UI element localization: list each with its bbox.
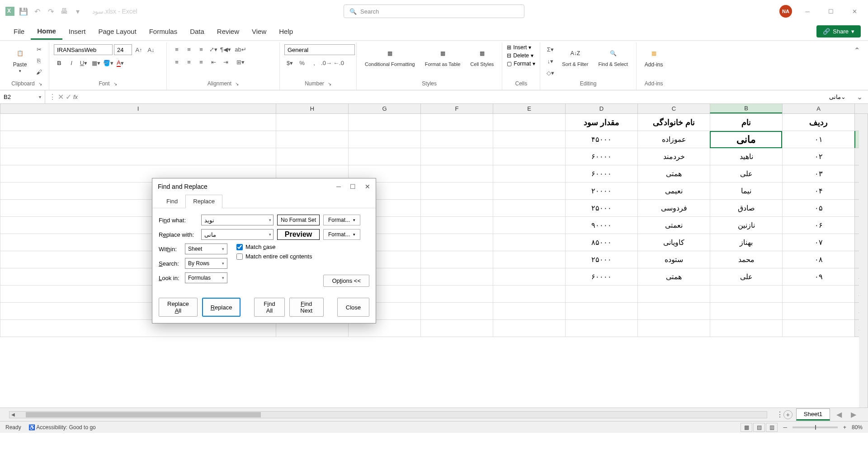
find-all-button[interactable]: Find All (254, 298, 284, 317)
search-select[interactable]: By Rows (185, 258, 227, 269)
cell[interactable]: ۰۴ (782, 183, 854, 200)
cell[interactable]: ۰۹ (782, 268, 854, 286)
cell[interactable] (420, 165, 493, 183)
rtl-button[interactable]: ¶◀▾ (220, 44, 231, 54)
cell[interactable]: نیما (710, 183, 782, 200)
col-header-b[interactable]: B (710, 104, 782, 113)
cell[interactable]: ناهید (710, 148, 782, 165)
cell-styles-button[interactable]: ▦Cell Styles (467, 44, 497, 69)
lookin-select[interactable]: Formulas (185, 272, 227, 283)
align-right-button[interactable]: ≡ (196, 57, 207, 67)
match-entire-checkbox[interactable]: Match entire cell contents (236, 253, 312, 260)
decrease-font-button[interactable]: A↓ (146, 45, 156, 55)
tab-review[interactable]: Review (211, 24, 245, 39)
cell[interactable] (276, 131, 348, 148)
dialog-close-icon[interactable]: ✕ (365, 183, 370, 190)
cell[interactable]: ۲۵۰۰۰ (565, 200, 637, 217)
conditional-formatting-button[interactable]: ▦Conditional Formatting (361, 44, 419, 69)
delete-cells-button[interactable]: ⊟Delete ▾ (507, 52, 535, 59)
cell[interactable]: ۰۱ (782, 131, 854, 148)
cell[interactable]: مقدار سود (565, 114, 637, 131)
name-box[interactable]: B2 (0, 90, 45, 103)
cell[interactable] (420, 114, 493, 131)
find-format-button[interactable]: Format...▾ (323, 215, 360, 225)
match-case-checkbox[interactable]: Match case (236, 244, 312, 250)
autosum-button[interactable]: Σ▾ (545, 44, 556, 54)
cell[interactable] (420, 131, 493, 148)
cell[interactable] (420, 303, 493, 320)
clipboard-launcher[interactable]: ↘ (38, 81, 42, 86)
zoom-level[interactable]: 80% (852, 424, 863, 431)
percent-button[interactable]: % (297, 58, 307, 68)
cell[interactable]: همتی (637, 268, 710, 286)
align-left-button[interactable]: ≡ (171, 57, 182, 67)
cell[interactable] (493, 303, 565, 320)
page-layout-view-button[interactable]: ▤ (753, 423, 765, 432)
cell[interactable]: علی (710, 268, 782, 286)
cell[interactable]: ردیف (782, 114, 854, 131)
zoom-slider[interactable] (793, 426, 838, 428)
tab-menu-icon[interactable]: ⋮ (776, 410, 783, 419)
zoom-in-button[interactable]: + (843, 424, 846, 431)
merge-button[interactable]: ⊞▾ (232, 57, 249, 67)
cell[interactable]: بهناز (710, 234, 782, 251)
accessibility-status[interactable]: ♿ Accessibility: Good to go (28, 424, 96, 431)
cell[interactable]: فردوسی (637, 200, 710, 217)
tab-home[interactable]: Home (31, 23, 62, 40)
spreadsheet-grid[interactable]: A B C D E F G H I 12345678910111213 ردیف… (0, 104, 868, 407)
cell[interactable] (493, 217, 565, 234)
col-header-a[interactable]: A (782, 104, 854, 113)
qat-dropdown-icon[interactable]: ▾ (73, 7, 82, 16)
fill-button[interactable]: ↓▾ (545, 56, 556, 66)
cell[interactable]: خردمند (637, 148, 710, 165)
cell[interactable] (493, 114, 565, 131)
cell[interactable] (782, 320, 854, 337)
cell[interactable]: ۲۵۰۰۰ (565, 251, 637, 268)
border-button[interactable]: ▦▾ (90, 58, 101, 68)
tab-insert[interactable]: Insert (62, 24, 92, 39)
cell[interactable]: ۶۰۰۰۰ (565, 268, 637, 286)
cell[interactable]: مانی (710, 131, 782, 148)
maximize-button[interactable]: ☐ (823, 5, 839, 18)
clear-button[interactable]: ◇▾ (545, 68, 556, 78)
cell[interactable]: کاویانی (637, 234, 710, 251)
cell[interactable] (493, 320, 565, 337)
normal-view-button[interactable]: ▦ (741, 423, 752, 432)
sheet-nav-next[interactable]: ▶ (848, 410, 859, 419)
cell[interactable] (493, 286, 565, 303)
wrap-text-button[interactable]: ab↵ (232, 44, 249, 54)
cell[interactable] (420, 251, 493, 268)
number-launcher[interactable]: ↘ (328, 81, 331, 86)
cell[interactable] (420, 200, 493, 217)
cell[interactable] (710, 320, 782, 337)
alignment-launcher[interactable]: ↘ (235, 81, 239, 86)
sheet-tab-active[interactable]: Sheet1 (796, 408, 830, 421)
replace-all-button[interactable]: Replace All (159, 298, 198, 317)
cell[interactable] (493, 234, 565, 251)
number-format-select[interactable] (284, 44, 355, 55)
cell[interactable] (348, 114, 420, 131)
cut-button[interactable]: ✂ (33, 44, 44, 54)
add-sheet-button[interactable]: + (783, 410, 793, 419)
cell[interactable] (565, 286, 637, 303)
collapse-ribbon-button[interactable]: ⌃ (850, 42, 863, 90)
cell[interactable] (420, 286, 493, 303)
cell[interactable]: ۰۲ (782, 148, 854, 165)
share-button[interactable]: 🔗 Share ▾ (816, 25, 861, 37)
enter-formula-icon[interactable]: ✓ (66, 93, 71, 101)
cell[interactable] (493, 200, 565, 217)
format-cells-button[interactable]: ▢Format ▾ (507, 61, 535, 67)
cell[interactable] (782, 303, 854, 320)
font-name-input[interactable] (54, 44, 113, 55)
col-header-g[interactable]: G (348, 104, 420, 113)
cell[interactable]: عموزاده (637, 131, 710, 148)
cell[interactable] (565, 303, 637, 320)
find-select-button[interactable]: 🔍Find & Select (594, 44, 631, 69)
cell[interactable] (420, 320, 493, 337)
replace-button[interactable]: Replace (202, 298, 241, 317)
redo-icon[interactable]: ↷ (46, 7, 55, 16)
cell[interactable]: ۹۰۰۰۰ (565, 217, 637, 234)
insert-cells-button[interactable]: ⊞Insert ▾ (507, 44, 535, 51)
cell[interactable] (420, 217, 493, 234)
cell[interactable]: نعیمی (637, 183, 710, 200)
